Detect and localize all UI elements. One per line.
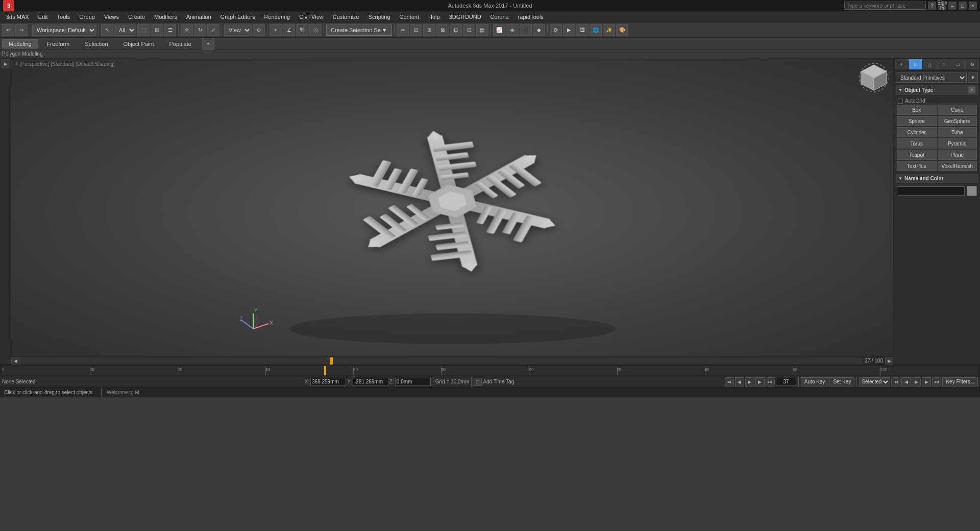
- use-pivot-button[interactable]: ⊙: [253, 24, 265, 36]
- btn-cone[interactable]: Cone: [938, 105, 977, 115]
- menu-item-rapidtools[interactable]: rapidTools: [514, 13, 548, 21]
- tab-modeling[interactable]: Modeling: [2, 39, 38, 49]
- render-frame-button[interactable]: 🖼: [576, 24, 589, 36]
- render-effects-button[interactable]: ✨: [603, 24, 615, 36]
- layer-manager-button[interactable]: ▤: [476, 24, 488, 36]
- go-to-start-button[interactable]: ⏮: [725, 377, 734, 387]
- menu-item-tools[interactable]: Tools: [53, 13, 75, 21]
- object-type-header[interactable]: ▼ Object Type ×: [896, 85, 978, 95]
- btn-tube[interactable]: Tube: [938, 127, 977, 137]
- menu-item-animation[interactable]: Animation: [182, 13, 215, 21]
- close-button[interactable]: ×: [969, 2, 977, 10]
- menu-item-group[interactable]: Group: [75, 13, 99, 21]
- time-rewind-button[interactable]: ⏮: [891, 377, 900, 387]
- time-play-button[interactable]: ▶: [912, 377, 921, 387]
- right-tab-utilities[interactable]: ⚙: [965, 59, 979, 69]
- btn-geosphere[interactable]: GeoSphere: [938, 116, 977, 126]
- menu-item-3dsmax[interactable]: 3ds MAX: [2, 13, 33, 21]
- coord-z-input[interactable]: [395, 378, 431, 386]
- coord-y-input[interactable]: [353, 378, 388, 386]
- btn-box[interactable]: Box: [897, 105, 937, 115]
- tab-freeform[interactable]: Freeform: [40, 39, 77, 49]
- tab-populate[interactable]: Populate: [162, 39, 198, 49]
- all-dropdown[interactable]: All: [114, 25, 136, 36]
- menu-item-corona[interactable]: Corona: [486, 13, 513, 21]
- search-input[interactable]: [844, 2, 926, 10]
- color-swatch[interactable]: [967, 186, 977, 196]
- btn-voxelremesh[interactable]: VoxelRemesh: [938, 161, 977, 171]
- primitives-more-button[interactable]: ▼: [968, 73, 978, 83]
- coord-x-input[interactable]: [310, 378, 346, 386]
- object-type-close[interactable]: ×: [968, 86, 975, 93]
- timeline-ruler[interactable]: 0 10 20 30 40 50 60 70 80 90 100: [2, 366, 978, 375]
- render-to-texture-button[interactable]: 🎨: [616, 24, 628, 36]
- angle-snap-button[interactable]: ∠: [283, 24, 295, 36]
- menu-item-rendering[interactable]: Rendering: [260, 13, 294, 21]
- select-by-name-button[interactable]: ☰: [164, 24, 176, 36]
- menu-item-customize[interactable]: Customize: [329, 13, 363, 21]
- autogrid-checkbox[interactable]: [898, 99, 903, 104]
- timeline-next-btn[interactable]: ▶: [885, 357, 893, 365]
- nav-cube[interactable]: [859, 62, 889, 93]
- play-button[interactable]: ▶: [745, 377, 754, 387]
- selected-dropdown[interactable]: Selected: [859, 377, 890, 387]
- select-region-button[interactable]: ⬚: [137, 24, 150, 36]
- btn-textplus[interactable]: TextPlus: [897, 161, 937, 171]
- render-button[interactable]: ▶: [563, 24, 575, 36]
- sign-in-button[interactable]: Sign In: [938, 2, 946, 10]
- undo-button[interactable]: ↩: [2, 24, 14, 36]
- workspace-dropdown[interactable]: Workspace: Default: [32, 25, 96, 36]
- primitives-dropdown[interactable]: Standard Primitives: [896, 73, 967, 83]
- right-tab-motion[interactable]: ○: [937, 59, 951, 69]
- menu-item-civil[interactable]: Civil View: [295, 13, 327, 21]
- percent-snap-button[interactable]: %: [296, 24, 308, 36]
- tab-more-button[interactable]: +: [202, 38, 214, 50]
- schematic-view-button[interactable]: ◈: [506, 24, 519, 36]
- align-camera-button[interactable]: ⊡: [450, 24, 462, 36]
- help-button[interactable]: ?: [928, 2, 936, 10]
- menu-item-content[interactable]: Content: [396, 13, 424, 21]
- object-name-input[interactable]: [897, 186, 965, 196]
- snap-toggle-button[interactable]: ⌖: [270, 24, 282, 36]
- time-end-button[interactable]: ⏭: [932, 377, 941, 387]
- add-time-tag-checkbox[interactable]: □: [474, 378, 482, 386]
- btn-plane[interactable]: Plane: [938, 150, 977, 160]
- right-tab-create[interactable]: +: [895, 59, 909, 69]
- viewport[interactable]: + [Perspective] [Standard] [Default Shad…: [11, 58, 893, 365]
- btn-torus[interactable]: Torus: [897, 138, 937, 149]
- tab-object-paint[interactable]: Object Paint: [117, 39, 161, 49]
- menu-item-create[interactable]: Create: [124, 13, 149, 21]
- btn-teapot[interactable]: Teapot: [897, 150, 937, 160]
- align-button[interactable]: ⊟: [410, 24, 422, 36]
- material-editor-button[interactable]: ◆: [533, 24, 545, 36]
- btn-sphere[interactable]: Sphere: [897, 116, 937, 126]
- redo-button[interactable]: ↪: [15, 24, 28, 36]
- normal-align-button[interactable]: ⊞: [423, 24, 435, 36]
- time-prev-button[interactable]: ◀: [901, 377, 911, 387]
- timeline-playhead[interactable]: [330, 357, 333, 365]
- btn-cylinder[interactable]: Cylinder: [897, 127, 937, 137]
- menu-item-views[interactable]: Views: [100, 13, 123, 21]
- name-color-header[interactable]: ▼ Name and Color: [896, 174, 978, 183]
- set-key-button[interactable]: Set Key: [829, 377, 854, 387]
- tab-selection[interactable]: Selection: [78, 39, 114, 49]
- menu-item-3dground[interactable]: 3DGROUND: [445, 13, 485, 21]
- move-button[interactable]: ✛: [181, 24, 193, 36]
- left-btn-1[interactable]: ▶: [1, 59, 10, 68]
- btn-pyramid[interactable]: Pyramid: [938, 138, 977, 149]
- time-next-button[interactable]: ▶: [922, 377, 931, 387]
- menu-item-edit[interactable]: Edit: [34, 13, 52, 21]
- prev-frame-button[interactable]: ◀: [735, 377, 744, 387]
- menu-item-scripting[interactable]: Scripting: [364, 13, 395, 21]
- menu-item-graph[interactable]: Graph Editors: [216, 13, 259, 21]
- render-setup-button[interactable]: ⚙: [550, 24, 562, 36]
- next-frame-button[interactable]: ▶: [755, 377, 765, 387]
- mirror-button[interactable]: ⇔: [397, 24, 409, 36]
- rotate-button[interactable]: ↻: [194, 24, 206, 36]
- minimize-button[interactable]: –: [948, 2, 957, 10]
- current-frame-input[interactable]: [776, 378, 796, 386]
- select-button[interactable]: ↖: [101, 24, 113, 36]
- menu-item-modifiers[interactable]: Modifiers: [150, 13, 181, 21]
- menu-item-help[interactable]: Help: [424, 13, 444, 21]
- place-high-button[interactable]: ⊠: [436, 24, 449, 36]
